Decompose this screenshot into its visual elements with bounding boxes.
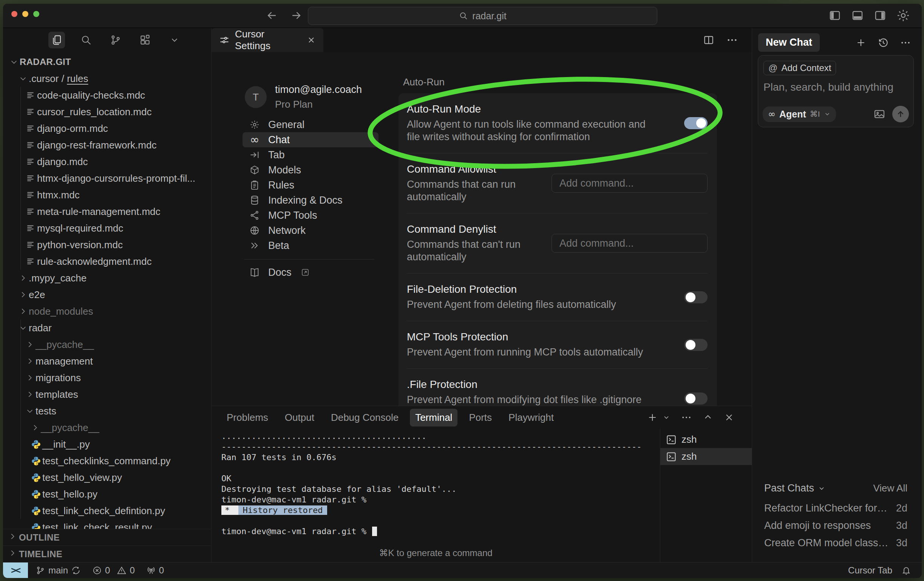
remote-indicator[interactable]: >< (3, 563, 28, 578)
tree-file-item[interactable]: django.mdc (3, 154, 211, 170)
panel-tab-problems[interactable]: Problems (221, 409, 274, 426)
new-chat-tab[interactable]: New Chat (758, 33, 820, 52)
more-views-chevron-icon[interactable] (166, 32, 183, 48)
close-panel-icon[interactable] (724, 412, 734, 423)
settings-nav-mcp-tools[interactable]: MCP Tools (243, 208, 378, 223)
tree-file-item[interactable]: python-version.mdc (3, 236, 211, 253)
cursor-tab-status[interactable]: Cursor Tab (848, 565, 892, 576)
terminal-instance-zsh[interactable]: zsh (660, 448, 752, 465)
terminal-dropdown-chevron-icon[interactable] (663, 414, 670, 421)
back-arrow-icon[interactable] (266, 9, 279, 22)
bell-icon[interactable] (901, 566, 911, 575)
settings-nav-models[interactable]: Models (243, 162, 378, 178)
editor-more-actions-icon[interactable] (726, 34, 738, 46)
past-chat-item[interactable]: Refactor LinkChecker for m...2d (764, 499, 908, 517)
tab-cursor-settings[interactable]: Cursor Settings (211, 28, 323, 52)
send-button[interactable] (892, 106, 909, 122)
tree-file-item[interactable]: cursor_rules_location.mdc (3, 104, 211, 120)
tree-folder-item[interactable]: radar (3, 320, 211, 336)
settings-nav-rules[interactable]: Rules (243, 178, 378, 193)
panel-tab-debug-console[interactable]: Debug Console (326, 409, 404, 426)
settings-nav-indexing-docs[interactable]: Indexing & Docs (243, 193, 378, 208)
maximize-window-button[interactable] (33, 11, 39, 17)
settings-nav-beta[interactable]: Beta (243, 238, 378, 253)
extensions-icon[interactable] (137, 32, 153, 48)
panel-tab-ports[interactable]: Ports (464, 409, 497, 426)
minimize-window-button[interactable] (22, 11, 28, 17)
view-all-link[interactable]: View All (873, 482, 908, 494)
tree-folder-item[interactable]: .cursor / rules (3, 70, 211, 87)
chat-history-icon[interactable] (877, 36, 889, 49)
tree-root-item[interactable]: RADAR.GIT (3, 54, 211, 70)
tree-file-item[interactable]: htmx-django-cursorrules-prompt-fil... (3, 170, 211, 187)
tree-file-item[interactable]: htmx.mdc (3, 187, 211, 203)
tree-file-item[interactable]: django-orm.mdc (3, 120, 211, 137)
past-chats-header[interactable]: Past Chats (764, 482, 825, 494)
tree-file-item[interactable]: mysql-required.mdc (3, 220, 211, 236)
attach-image-icon[interactable] (873, 108, 886, 120)
toggle-off[interactable] (684, 339, 708, 351)
tree-folder-item[interactable]: tests (3, 403, 211, 419)
settings-nav-docs[interactable]: Docs (243, 265, 378, 280)
ports-status[interactable]: 0 (146, 565, 164, 576)
chat-input-card[interactable]: @ Add Context ∞ Agent ⌘I (758, 55, 914, 127)
explorer-icon[interactable] (48, 32, 65, 48)
chat-more-actions-icon[interactable] (900, 37, 911, 48)
search-sidebar-icon[interactable] (78, 32, 94, 48)
toggle-on[interactable] (684, 117, 708, 129)
add-command-input[interactable] (551, 234, 708, 253)
settings-nav-chat[interactable]: ∞Chat (243, 132, 378, 147)
toggle-off[interactable] (684, 291, 708, 303)
new-chat-plus-icon[interactable] (855, 37, 866, 48)
add-context-chip[interactable]: @ Add Context (764, 61, 836, 75)
toggle-off[interactable] (684, 393, 708, 404)
settings-nav-tab[interactable]: Tab (243, 147, 378, 162)
tree-folder-item[interactable]: __pycache__ (3, 419, 211, 436)
settings-nav-general[interactable]: General (243, 117, 378, 132)
sidebar-section-outline[interactable]: OUTLINE (3, 529, 211, 545)
tree-folder-item[interactable]: migrations (3, 370, 211, 386)
tree-file-item[interactable]: test_hello.py (3, 486, 211, 502)
terminal-output[interactable]: ........................................… (211, 429, 660, 562)
panel-tab-output[interactable]: Output (280, 409, 320, 426)
maximize-panel-chevron-icon[interactable] (703, 412, 713, 423)
panel-more-actions-icon[interactable] (681, 412, 692, 423)
problems-status[interactable]: 0 0 (92, 565, 135, 576)
tree-folder-item[interactable]: node_modules (3, 303, 211, 320)
forward-arrow-icon[interactable] (290, 9, 303, 22)
tree-file-item[interactable]: test_hello_view.py (3, 469, 211, 486)
chat-input[interactable] (764, 81, 908, 93)
tree-file-item[interactable]: __init__.py (3, 436, 211, 452)
toggle-left-sidebar-icon[interactable] (828, 9, 842, 22)
tree-file-item[interactable]: test_checklinks_command.py (3, 452, 211, 469)
tree-file-item[interactable]: meta-rule-management.mdc (3, 203, 211, 220)
panel-tab-playwright[interactable]: Playwright (503, 409, 559, 426)
tree-folder-item[interactable]: templates (3, 386, 211, 403)
tree-file-item[interactable]: code-quality-checks.mdc (3, 87, 211, 104)
toggle-panel-icon[interactable] (851, 9, 864, 22)
tree-folder-item[interactable]: e2e (3, 286, 211, 303)
split-editor-icon[interactable] (703, 34, 715, 46)
terminal-instance-zsh[interactable]: zsh (660, 431, 752, 448)
tree-folder-item[interactable]: .mypy_cache (3, 270, 211, 286)
agent-mode-selector[interactable]: ∞ Agent ⌘I (763, 107, 836, 122)
settings-nav-network[interactable]: Network (243, 223, 378, 238)
toggle-right-sidebar-icon[interactable] (873, 9, 887, 22)
command-center-search[interactable]: radar.git (308, 7, 657, 25)
git-branch-status[interactable]: main (36, 565, 81, 576)
past-chat-item[interactable]: Add emoji to responses3d (764, 517, 908, 534)
add-command-input[interactable] (551, 174, 708, 193)
tree-file-item[interactable]: test_link_check_result.py (3, 519, 211, 529)
settings-gear-icon[interactable] (896, 8, 911, 23)
tree-file-item[interactable]: rule-acknowledgment.mdc (3, 253, 211, 270)
panel-tab-terminal[interactable]: Terminal (410, 409, 457, 426)
new-terminal-icon[interactable] (647, 412, 658, 423)
tree-file-item[interactable]: django-rest-framework.mdc (3, 137, 211, 154)
close-window-button[interactable] (12, 11, 17, 17)
close-tab-icon[interactable] (307, 36, 316, 45)
sidebar-section-timeline[interactable]: TIMELINE (3, 545, 211, 562)
tree-folder-item[interactable]: __pycache__ (3, 336, 211, 353)
tree-folder-item[interactable]: management (3, 353, 211, 370)
past-chat-item[interactable]: Create ORM model class fo...3d (764, 534, 908, 551)
tree-file-item[interactable]: test_link_check_defintion.py (3, 502, 211, 519)
